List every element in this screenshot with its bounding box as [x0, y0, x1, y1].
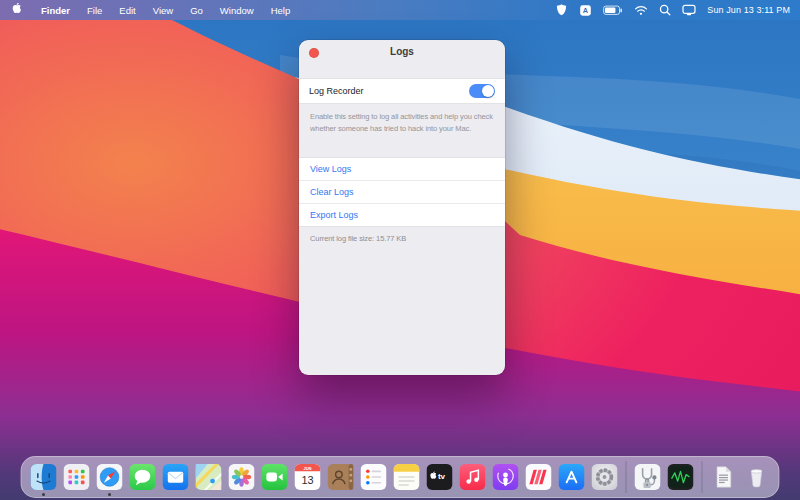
menu-item-edit[interactable]: Edit — [119, 5, 135, 16]
menu-item-file[interactable]: File — [87, 5, 102, 16]
dock-item-photos[interactable] — [229, 464, 255, 490]
svg-text:tv: tv — [438, 472, 446, 481]
log-recorder-description: Enable this setting to log all activitie… — [299, 104, 505, 143]
dock-item-document[interactable] — [711, 464, 737, 490]
dock-item-tv[interactable]: tv — [427, 464, 453, 490]
window-title: Logs — [299, 40, 505, 57]
dock-item-news[interactable] — [526, 464, 552, 490]
dock-item-finder[interactable] — [31, 464, 57, 490]
dock-item-launchpad[interactable] — [64, 464, 90, 490]
display-icon[interactable] — [682, 4, 696, 16]
dock-divider — [702, 461, 703, 493]
dock-item-music[interactable] — [460, 464, 486, 490]
dock-item-trash[interactable] — [744, 464, 770, 490]
dock-item-contacts[interactable] — [328, 464, 354, 490]
dock-item-system-preferences[interactable] — [592, 464, 618, 490]
dock-item-safari[interactable] — [97, 464, 123, 490]
dock-item-calendar[interactable]: JUN 13 — [295, 464, 321, 490]
logs-window: Logs Log Recorder Enable this setting to… — [299, 40, 505, 375]
dock-item-reminders[interactable] — [361, 464, 387, 490]
menu-item-window[interactable]: Window — [220, 5, 254, 16]
running-indicator — [42, 493, 45, 496]
battery-icon[interactable] — [603, 5, 623, 16]
menu-clock[interactable]: Sun Jun 13 3:11 PM — [707, 5, 790, 15]
log-file-size: Current log file size: 15.77 KB — [299, 227, 505, 250]
dock-item-mail[interactable] — [163, 464, 189, 490]
export-logs-button[interactable]: Export Logs — [299, 203, 505, 226]
dock-item-stethoscope-app[interactable] — [635, 464, 661, 490]
menu-item-help[interactable]: Help — [271, 5, 291, 16]
log-recorder-toggle[interactable] — [469, 84, 495, 98]
shield-icon[interactable] — [555, 3, 568, 17]
menu-item-finder[interactable]: Finder — [41, 5, 70, 16]
toggle-knob — [482, 85, 494, 97]
menu-item-go[interactable]: Go — [190, 5, 203, 16]
dock-divider — [626, 461, 627, 493]
svg-text:13: 13 — [301, 474, 313, 486]
running-indicator — [108, 493, 111, 496]
dock-item-messages[interactable] — [130, 464, 156, 490]
log-recorder-label: Log Recorder — [309, 86, 364, 96]
menu-item-view[interactable]: View — [153, 5, 173, 16]
apple-logo-icon[interactable] — [10, 3, 22, 17]
log-recorder-row: Log Recorder — [299, 78, 505, 104]
desktop: Finder File Edit View Go Window Help A — [0, 0, 800, 500]
wifi-icon[interactable] — [634, 5, 648, 16]
log-actions: View Logs Clear Logs Export Logs — [299, 157, 505, 227]
dock-item-activity-monitor[interactable] — [668, 464, 694, 490]
svg-text:A: A — [583, 6, 589, 15]
dock-item-appstore[interactable] — [559, 464, 585, 490]
clear-logs-button[interactable]: Clear Logs — [299, 180, 505, 203]
window-titlebar[interactable]: Logs — [299, 40, 505, 78]
dock: JUN 13 — [21, 456, 780, 498]
input-source-icon[interactable]: A — [579, 4, 592, 17]
search-icon[interactable] — [659, 4, 671, 16]
dock-item-facetime[interactable] — [262, 464, 288, 490]
dock-item-notes[interactable] — [394, 464, 420, 490]
view-logs-button[interactable]: View Logs — [299, 158, 505, 180]
dock-item-maps[interactable] — [196, 464, 222, 490]
svg-text:JUN: JUN — [303, 466, 311, 471]
menu-bar: Finder File Edit View Go Window Help A — [0, 0, 800, 20]
dock-item-podcasts[interactable] — [493, 464, 519, 490]
close-button[interactable] — [309, 48, 319, 58]
